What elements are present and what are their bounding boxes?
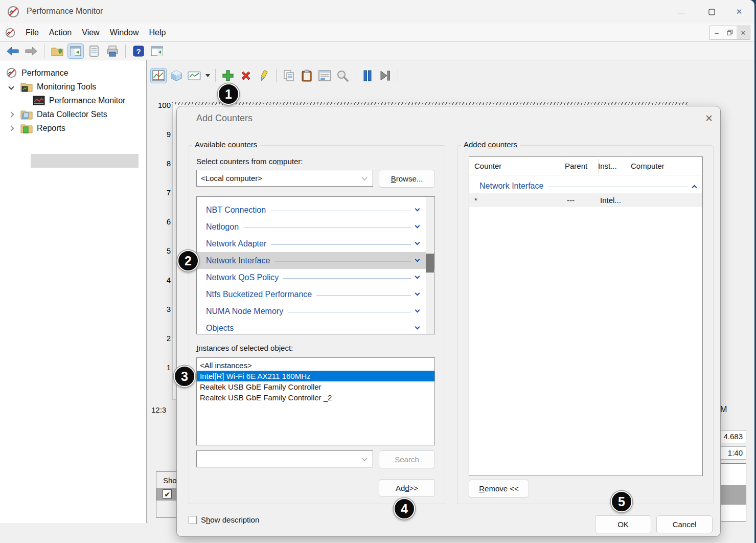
counter-row[interactable]: Netlogon (197, 218, 434, 235)
forward-arrow-icon (25, 47, 37, 56)
column-header-counter[interactable]: Counter (469, 162, 560, 170)
child-restore-button[interactable] (723, 26, 737, 39)
menu-view[interactable]: View (77, 26, 104, 39)
chevron-down-icon[interactable] (415, 291, 420, 296)
counter-row[interactable]: Network QoS Policy (197, 269, 434, 286)
legend-checkbox[interactable]: ✔ (163, 489, 172, 499)
menu-help[interactable]: Help (144, 26, 171, 39)
show-console-tree-button[interactable] (68, 44, 83, 58)
column-header-computer[interactable]: Computer (626, 162, 665, 170)
change-graph-type-button[interactable] (187, 69, 202, 83)
tree-item-performance[interactable]: Performance (6, 66, 68, 80)
chevron-down-icon[interactable] (415, 325, 420, 330)
tree-item-monitoring-tools[interactable]: Monitoring Tools (9, 80, 96, 94)
counters-scrollbar-thumb[interactable] (426, 254, 434, 273)
instance-row[interactable]: Realtek USB GbE Family Controller (197, 381, 434, 392)
y-axis-label: 6 (147, 217, 171, 227)
export-list-button[interactable] (86, 44, 102, 58)
counter-row[interactable]: Ntfs Bucketized Performance (197, 286, 434, 303)
y-axis-label: 1 (147, 363, 171, 372)
menu-window[interactable]: Window (105, 26, 144, 39)
child-minimize-button[interactable]: – (710, 26, 723, 39)
print-button[interactable] (105, 44, 120, 58)
menu-action[interactable]: Action (44, 26, 77, 39)
added-counters-table[interactable]: Counter Parent Inst... Computer Network … (469, 156, 703, 476)
child-close-button[interactable]: ✕ (737, 26, 750, 39)
copy-properties-button[interactable] (281, 69, 296, 83)
counter-name: Objects (206, 324, 234, 333)
freeze-display-button[interactable] (360, 69, 375, 83)
counter-row[interactable]: NUMA Node Memory (197, 303, 434, 320)
y-axis-label: 2 (147, 334, 171, 343)
add-button[interactable]: Add >> (379, 479, 435, 497)
update-data-button[interactable] (378, 69, 393, 83)
y-axis-label: 3 (147, 305, 171, 314)
main-toolbar: ? (0, 42, 754, 60)
chevron-down-icon[interactable] (415, 223, 420, 229)
browse-button[interactable]: Browse... (379, 170, 435, 188)
chevron-collapsed-icon[interactable] (8, 125, 14, 131)
forward-button[interactable] (24, 44, 39, 58)
back-button[interactable] (5, 44, 20, 58)
new-window-button[interactable] (149, 44, 165, 58)
counter-row-selected[interactable]: Network Interface (197, 252, 434, 269)
add-counters-dialog: Add Counters ✕ Available counters Select… (176, 106, 721, 537)
legend-show-header: Sho (163, 476, 177, 485)
instance-row[interactable]: Realtek USB GbE Family Controller _2 (197, 392, 434, 403)
chevron-up-icon[interactable] (692, 185, 697, 190)
show-description-checkbox[interactable] (189, 516, 197, 524)
chevron-collapsed-icon[interactable] (8, 111, 14, 117)
counter-row[interactable]: Network Adapter (197, 235, 434, 252)
view-log-data-button[interactable] (169, 69, 184, 83)
minimize-button[interactable]: — (670, 4, 692, 19)
chevron-down-icon[interactable] (415, 257, 420, 262)
delete-counter-button[interactable] (238, 69, 254, 83)
toolbar-separator (276, 69, 277, 82)
counters-listbox[interactable]: NBT Connection Netlogon Network Adapter … (196, 196, 435, 334)
instances-listbox[interactable]: <All instances> Intel[R] Wi-Fi 6E AX211 … (196, 357, 435, 445)
paste-counter-list-button[interactable] (299, 69, 314, 83)
graph-toolbar (151, 66, 400, 85)
view-current-activity-button[interactable] (151, 69, 166, 83)
search-button[interactable]: Search (379, 450, 435, 468)
tree-item-data-collector-sets[interactable]: Data Collector Sets (9, 107, 107, 121)
dialog-close-icon[interactable]: ✕ (702, 111, 716, 125)
y-axis-label: 8 (147, 159, 171, 168)
properties-button[interactable] (317, 69, 332, 83)
remove-button[interactable]: Remove << (469, 480, 529, 497)
show-description-control[interactable]: Show description (189, 515, 259, 524)
help-button[interactable]: ? (131, 44, 146, 58)
printer-icon (106, 46, 119, 57)
add-counters-button[interactable] (220, 69, 236, 83)
search-combobox[interactable] (196, 450, 373, 467)
instance-row-selected[interactable]: Intel[R] Wi-Fi 6E AX211 160MHz (197, 371, 434, 381)
zoom-button[interactable] (335, 69, 350, 83)
chevron-expanded-icon[interactable] (8, 84, 14, 89)
computer-combobox[interactable]: <Local computer> (196, 170, 373, 187)
column-separator (598, 159, 599, 173)
up-one-level-button[interactable] (50, 44, 65, 58)
ok-button[interactable]: OK (595, 515, 651, 533)
chevron-down-icon[interactable] (415, 308, 420, 313)
magnifier-icon (336, 70, 349, 82)
graph-type-dropdown[interactable] (204, 74, 211, 77)
tree-selection-highlight (31, 154, 139, 168)
counter-name: Netlogon (206, 222, 239, 232)
menu-file[interactable]: File (20, 26, 44, 39)
added-group-row[interactable]: Network Interface (469, 179, 702, 193)
counter-row[interactable]: Objects (197, 320, 434, 334)
counters-scrollbar[interactable] (426, 197, 434, 334)
counter-row[interactable]: NBT Connection (197, 201, 434, 218)
cancel-button[interactable]: Cancel (656, 515, 713, 533)
y-axis-label: 9 (147, 130, 171, 139)
highlight-button[interactable] (256, 69, 271, 83)
instance-row[interactable]: <All instances> (197, 360, 434, 371)
maximize-button[interactable] (700, 4, 723, 19)
tree-item-reports[interactable]: Reports (9, 121, 65, 135)
chevron-down-icon[interactable] (415, 207, 420, 212)
chevron-down-icon[interactable] (415, 274, 420, 279)
tree-item-performance-monitor[interactable]: Performance Monitor (33, 94, 125, 107)
chevron-down-icon[interactable] (415, 240, 420, 245)
close-button[interactable]: ✕ (728, 4, 750, 19)
added-counter-row[interactable]: * --- Intel... (469, 193, 702, 207)
